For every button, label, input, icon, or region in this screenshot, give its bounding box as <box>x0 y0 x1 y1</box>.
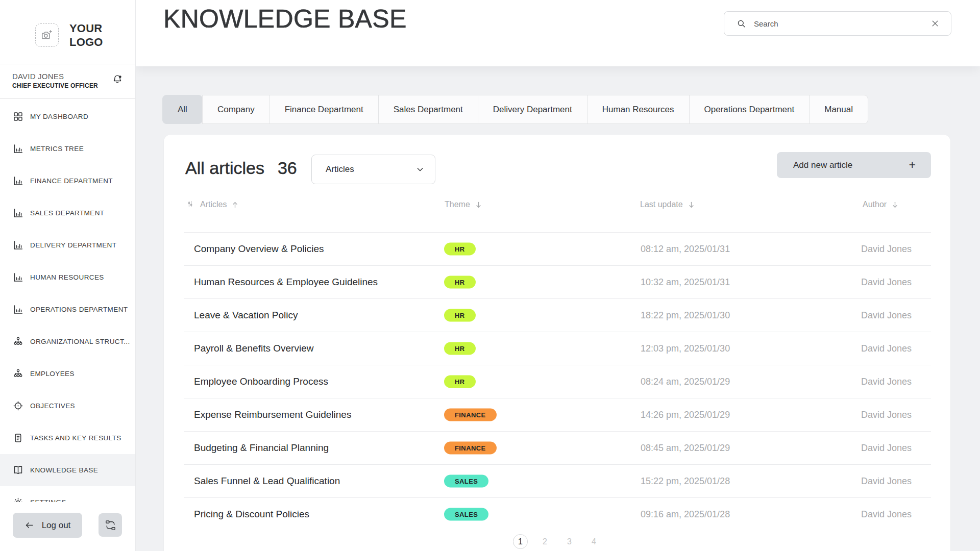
tab-operations-department[interactable]: Operations Department <box>689 95 810 124</box>
theme-badge: HR <box>444 375 476 388</box>
sidebar-item-delivery-department[interactable]: DELIVERY DEPARTMENT <box>0 229 135 261</box>
bar-chart-icon <box>13 143 23 154</box>
articles-heading-row: All articles 36 <box>185 158 297 178</box>
last-update: 08:45 am, 2025/01/29 <box>641 443 730 454</box>
org-chart-icon <box>13 336 23 347</box>
sidebar-item-employees[interactable]: EMPLOYEES <box>0 358 135 390</box>
sidebar-item-label: KNOWLEDGE BASE <box>30 466 98 474</box>
author: David Jones <box>861 277 912 288</box>
column-header-articles[interactable]: Articles <box>186 197 239 212</box>
add-new-article-button[interactable]: Add new article + <box>777 152 931 178</box>
theme-badge: HR <box>444 243 476 256</box>
table-row[interactable]: Expense Reimbursement Guidelines FINANCE… <box>184 398 931 431</box>
tab-all[interactable]: All <box>162 95 203 124</box>
content-area: AllCompanyFinance DepartmentSales Depart… <box>135 66 980 551</box>
search-clear-button[interactable] <box>930 19 940 28</box>
target-icon <box>13 400 23 411</box>
table-row[interactable]: Sales Funnel & Lead Qualification SALES … <box>184 464 931 497</box>
search-box <box>724 11 951 36</box>
author: David Jones <box>861 343 912 354</box>
tab-human-resources[interactable]: Human Resources <box>587 95 690 124</box>
sort-down-icon <box>891 201 899 209</box>
theme-badge: HR <box>444 309 476 322</box>
top-header: KNOWLEDGE BASE <box>135 0 980 66</box>
table-row[interactable]: Company Overview & Policies HR 08:12 am,… <box>184 232 931 265</box>
column-header-author[interactable]: Author <box>863 197 899 212</box>
article-title: Expense Reimbursement Guidelines <box>194 409 351 420</box>
chevron-down-icon <box>416 165 424 173</box>
sidebar-item-label: TASKS AND KEY RESULTS <box>30 434 121 442</box>
sync-devices-icon <box>105 519 116 531</box>
page-title: KNOWLEDGE BASE <box>163 4 407 34</box>
sidebar-item-human-resources[interactable]: HUMAN RESOURCES <box>0 261 135 293</box>
sidebar-item-label: SALES DEPARTMENT <box>30 209 104 217</box>
table-row[interactable]: Employee Onboarding Process HR 08:24 am,… <box>184 365 931 398</box>
sidebar-item-finance-department[interactable]: FINANCE DEPARTMENT <box>0 165 135 197</box>
tab-company[interactable]: Company <box>202 95 270 124</box>
sidebar-item-my-dashboard[interactable]: MY DASHBOARD <box>0 101 135 133</box>
bar-chart-icon <box>13 304 23 315</box>
theme-badge: FINANCE <box>444 442 497 455</box>
sidebar-nav: MY DASHBOARD METRICS TREE FINANCE DEPART… <box>0 101 135 518</box>
last-update: 14:26 pm, 2025/01/29 <box>641 410 730 420</box>
sidebar-item-knowledge-base[interactable]: KNOWLEDGE BASE <box>0 454 135 486</box>
dashboard-icon <box>13 111 23 122</box>
tab-sales-department[interactable]: Sales Department <box>378 95 478 124</box>
close-icon <box>930 19 940 28</box>
main-area: KNOWLEDGE BASE AllCompanyF <box>135 0 980 551</box>
sidebar-item-objectives[interactable]: OBJECTIVES <box>0 390 135 422</box>
sidebar-divider <box>0 64 135 64</box>
article-title: Company Overview & Policies <box>194 243 324 255</box>
logo-upload-placeholder[interactable] <box>35 23 59 47</box>
log-out-button[interactable]: Log out <box>13 513 82 538</box>
sidebar-item-label: OPERATIONS DEPARTMENT <box>30 306 128 313</box>
arrow-left-icon <box>24 520 34 530</box>
column-header-last-update[interactable]: Last update <box>640 197 695 212</box>
table-row[interactable]: Leave & Vacation Policy HR 18:22 pm, 202… <box>184 298 931 332</box>
table-row[interactable]: Pricing & Discount Policies SALES 09:16 … <box>184 497 931 531</box>
switch-view-button[interactable] <box>99 513 122 537</box>
last-update: 10:32 am, 2025/01/31 <box>641 277 730 288</box>
notification-bell-icon[interactable] <box>112 73 123 86</box>
articles-type-dropdown[interactable]: Articles <box>311 155 435 184</box>
article-title: Budgeting & Financial Planning <box>194 442 329 454</box>
theme-badge: HR <box>444 342 476 355</box>
sidebar-item-metrics-tree[interactable]: METRICS TREE <box>0 133 135 165</box>
sidebar-item-tasks-and-key-results[interactable]: TASKS AND KEY RESULTS <box>0 422 135 454</box>
author: David Jones <box>861 509 912 520</box>
pagination-page-4[interactable]: 4 <box>586 534 601 549</box>
column-header-theme[interactable]: Theme <box>445 197 482 212</box>
search-input[interactable] <box>753 19 924 29</box>
logo-text: YOUR LOGO <box>69 21 112 49</box>
column-label: Articles <box>200 200 227 209</box>
tab-delivery-department[interactable]: Delivery Department <box>478 95 587 124</box>
pagination-page-3[interactable]: 3 <box>562 534 577 549</box>
sidebar-item-label: EMPLOYEES <box>30 370 75 378</box>
tab-manual[interactable]: Manual <box>809 95 868 124</box>
articles-table-body: Company Overview & Policies HR 08:12 am,… <box>184 232 931 531</box>
sidebar-item-sales-department[interactable]: SALES DEPARTMENT <box>0 197 135 229</box>
articles-count: 36 <box>278 158 297 178</box>
tab-finance-department[interactable]: Finance Department <box>270 95 379 124</box>
sidebar-item-label: MY DASHBOARD <box>30 113 88 120</box>
sidebar-item-organizational-struct[interactable]: ORGANIZATIONAL STRUCT... <box>0 325 135 358</box>
last-update: 18:22 pm, 2025/01/30 <box>641 310 730 321</box>
sort-down-icon <box>688 201 695 209</box>
bar-chart-icon <box>13 240 23 251</box>
pagination-page-1[interactable]: 1 <box>513 534 528 549</box>
table-row[interactable]: Payroll & Benefits Overview HR 12:03 pm,… <box>184 332 931 365</box>
author: David Jones <box>861 377 912 387</box>
author: David Jones <box>861 310 912 321</box>
org-chart-icon <box>13 368 23 379</box>
sidebar-item-operations-department[interactable]: OPERATIONS DEPARTMENT <box>0 293 135 325</box>
column-label: Author <box>863 200 887 209</box>
table-row[interactable]: Budgeting & Financial Planning FINANCE 0… <box>184 431 931 464</box>
tasks-icon <box>13 433 23 443</box>
last-update: 12:03 pm, 2025/01/30 <box>641 343 730 354</box>
table-row[interactable]: Human Resources & Employee Guidelines HR… <box>184 265 931 298</box>
pagination-page-2[interactable]: 2 <box>537 534 552 549</box>
plus-icon: + <box>909 159 916 171</box>
sidebar-item-label: DELIVERY DEPARTMENT <box>30 241 116 249</box>
sidebar-item-label: HUMAN RESOURCES <box>30 273 104 281</box>
sidebar-item-label: METRICS TREE <box>30 145 84 153</box>
